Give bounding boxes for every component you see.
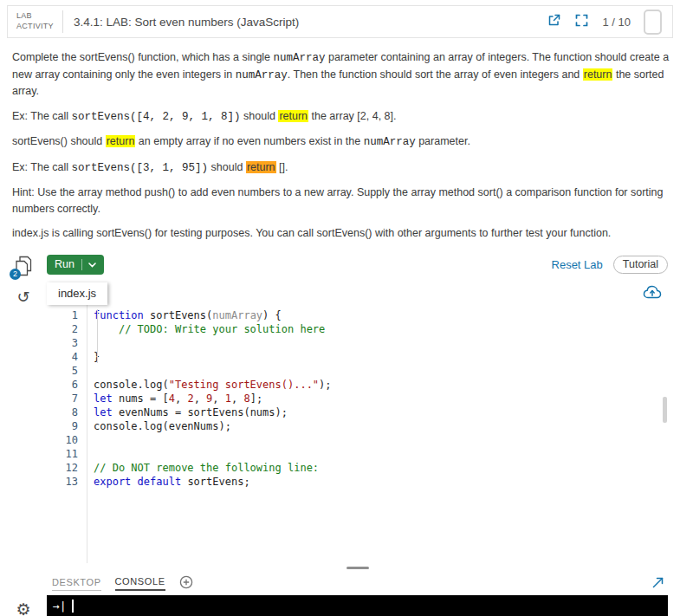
instruction-paragraph: Ex: The call sortEvens([4, 2, 9, 1, 8]) … [12, 108, 673, 126]
line-number: 2 [47, 322, 78, 336]
main-panel: Run Reset Lab Tutorial index.js [47, 254, 668, 616]
lab-activity-line1: LAB [16, 11, 54, 22]
bottom-tab-desktop[interactable]: DESKTOP [52, 577, 101, 591]
cloud-save-button[interactable] [642, 284, 663, 305]
settings-button[interactable]: ⚙ [16, 601, 30, 616]
text-segment: . Then the function should sort the arra… [288, 68, 583, 81]
code-line[interactable]: } [94, 350, 668, 364]
code-token: 4 [169, 392, 175, 405]
line-number: 1 [47, 308, 78, 322]
fullscreen-icon [574, 13, 589, 30]
code-token: evenNums = sortEvens(nums); [113, 406, 288, 418]
run-button[interactable]: Run [47, 255, 104, 275]
expand-console-button[interactable] [651, 576, 664, 592]
code-line[interactable]: export default sortEvens; [94, 475, 668, 489]
line-number: 11 [47, 447, 78, 461]
file-tab-row: index.js [47, 282, 668, 305]
code-token: let [94, 392, 113, 405]
lab-workspace: 2 ↺ ⚙ Run Reset Lab [0, 254, 680, 616]
code-token: nums = [ [113, 392, 169, 405]
code-token: ); [319, 379, 331, 391]
highlight-segment: return [278, 110, 308, 122]
code-token: , [194, 392, 206, 405]
code-token: 8 [243, 392, 249, 405]
editor-scrollbar-thumb[interactable] [663, 397, 667, 423]
console-terminal[interactable]: →| [47, 595, 668, 616]
code-line[interactable]: console.log(evenNums); [94, 419, 668, 433]
files-button[interactable]: 2 [13, 256, 34, 280]
indent-guide [97, 309, 98, 363]
text-segment: sortEvens() should [12, 135, 106, 147]
code-token: console.log( [94, 379, 169, 391]
external-link-icon [547, 13, 561, 30]
highlight-segment: return [106, 135, 136, 147]
lab-header: LAB ACTIVITY 3.4.1: LAB: Sort even numbe… [7, 5, 673, 38]
text-segment: index.js is calling sortEvens() for test… [12, 227, 611, 239]
header-divider [62, 10, 63, 33]
code-token: // Do NOT remove the following line: [94, 462, 319, 474]
left-rail: 2 ↺ ⚙ [0, 254, 47, 616]
console-cursor [72, 600, 74, 613]
files-count-badge: 2 [10, 269, 21, 280]
code-lines[interactable]: function sortEvens(numArray) { // TODO: … [87, 305, 668, 563]
code-line[interactable]: function sortEvens(numArray) { [94, 308, 668, 322]
tutorial-button[interactable]: Tutorial [613, 256, 668, 274]
text-segment: the array [2, 4, 8]. [308, 110, 396, 122]
code-token: 2 [187, 392, 193, 405]
lab-title: 3.4.1: LAB: Sort even numbers (JavaScrip… [74, 16, 299, 29]
text-segment: []. [276, 161, 288, 173]
code-token: default [138, 476, 182, 488]
cloud-upload-icon [642, 289, 663, 302]
tab-indexjs[interactable]: index.js [47, 282, 107, 305]
code-token: function [94, 309, 144, 321]
line-number: 10 [47, 433, 78, 447]
pane-divider [47, 563, 668, 574]
expand-icon [651, 576, 664, 592]
history-button[interactable]: ↺ [16, 289, 29, 305]
fullscreen-button[interactable] [574, 13, 589, 30]
code-line[interactable] [94, 447, 668, 461]
editor-toolbar: Run Reset Lab Tutorial [47, 254, 668, 276]
code-line[interactable] [94, 364, 668, 378]
header-actions: 1 / 10 [547, 10, 662, 35]
code-token: ) { [262, 309, 282, 321]
code-line[interactable]: console.log("Testing sortEvens()..."); [94, 378, 668, 392]
code-line[interactable]: let nums = [4, 2, 9, 1, 8]; [94, 392, 668, 405]
code-line[interactable] [94, 336, 668, 350]
code-token: numArray [212, 309, 262, 321]
inline-code: sortEvens([3, 1, 95]) [72, 162, 209, 174]
code-line[interactable] [94, 433, 668, 447]
bottom-tab-console[interactable]: CONSOLE [115, 576, 165, 591]
highlight-segment: return [583, 68, 613, 81]
instruction-paragraph: Complete the sortEvens() function, which… [12, 49, 673, 100]
instruction-paragraph: index.js is calling sortEvens() for test… [12, 225, 673, 242]
inline-code: sortEvens([4, 2, 9, 1, 8]) [72, 111, 241, 123]
inline-code: numArray [236, 69, 288, 81]
bookmark-toggle[interactable] [644, 10, 662, 35]
instruction-paragraph: sortEvens() should return an empty array… [12, 133, 673, 151]
code-line[interactable]: // Do NOT remove the following line: [94, 461, 668, 475]
line-number: 8 [47, 405, 78, 419]
text-segment: should [208, 161, 246, 173]
code-line[interactable]: let evenNums = sortEvens(nums); [94, 405, 668, 419]
history-icon: ↺ [16, 289, 29, 306]
lab-activity-label: LAB ACTIVITY [16, 11, 54, 31]
code-token [131, 476, 137, 488]
instructions: Complete the sortEvens() function, which… [0, 38, 680, 252]
code-token: sortEvens; [181, 476, 249, 488]
instruction-paragraph: Ex: The call sortEvens([3, 1, 95]) shoul… [12, 159, 673, 177]
open-external-button[interactable] [547, 13, 561, 30]
reset-lab-button[interactable]: Reset Lab [552, 258, 603, 271]
resize-handle[interactable] [346, 567, 369, 569]
line-number: 7 [47, 392, 78, 405]
gear-icon: ⚙ [16, 600, 30, 616]
text-segment: should [241, 110, 279, 122]
code-editor[interactable]: 12345678910111213 function sortEvens(num… [47, 305, 668, 563]
bookmark-icon [644, 10, 662, 35]
instruction-paragraph: Hint: Use the array method push() to add… [12, 185, 673, 217]
code-line[interactable]: // TODO: Write your solution here [94, 322, 668, 336]
chevron-down-icon [88, 258, 96, 270]
code-token: sortEvens( [144, 309, 212, 321]
text-segment: Ex: The call [12, 110, 72, 122]
add-pane-button[interactable] [179, 575, 193, 592]
